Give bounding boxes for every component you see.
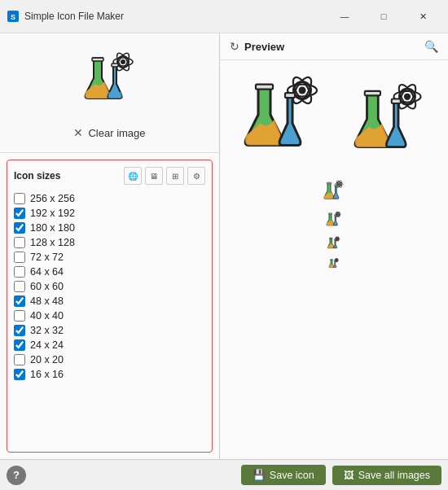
size-row: 180 x 180 xyxy=(14,221,205,235)
preview-header: ↻ Preview 🔍 xyxy=(220,33,448,60)
icon-sizes-section: Icon sizes 🌐 🖥 ⊞ ⚙ 256 x 256192 x 192180… xyxy=(7,160,213,453)
size-checkbox-8[interactable] xyxy=(14,310,25,322)
uploaded-image xyxy=(77,47,143,112)
title-bar: S Simple Icon File Maker — □ ✕ xyxy=(0,0,448,33)
save-all-button[interactable]: 🖼 Save all images xyxy=(332,466,441,485)
size-label-4: 72 x 72 xyxy=(30,252,64,263)
svg-rect-8 xyxy=(112,63,118,67)
close-button[interactable]: ✕ xyxy=(404,5,441,28)
app-title: Simple Icon File Maker xyxy=(24,11,326,22)
size-checkbox-11[interactable] xyxy=(14,354,25,365)
preview-48 xyxy=(321,178,347,207)
grid-button[interactable]: ⊞ xyxy=(166,167,184,185)
svg-rect-36 xyxy=(335,215,336,216)
size-checkbox-2[interactable] xyxy=(14,222,25,234)
svg-rect-35 xyxy=(328,213,332,214)
size-label-11: 20 x 20 xyxy=(30,354,64,365)
size-row: 48 x 48 xyxy=(14,294,205,308)
minimize-button[interactable]: — xyxy=(326,5,363,28)
save-icon-label: Save icon xyxy=(270,470,314,481)
size-label-1: 192 x 192 xyxy=(30,208,75,219)
svg-rect-43 xyxy=(335,239,336,240)
right-panel: ↻ Preview 🔍 xyxy=(220,33,448,459)
clear-image-icon: ✕ xyxy=(73,126,83,139)
size-row: 24 x 24 xyxy=(14,338,205,352)
svg-point-24 xyxy=(338,183,340,185)
sizes-header: Icon sizes 🌐 🖥 ⊞ ⚙ xyxy=(14,167,205,185)
size-row: 192 x 192 xyxy=(14,206,205,221)
svg-rect-49 xyxy=(331,260,333,260)
svg-rect-28 xyxy=(327,182,332,184)
svg-point-38 xyxy=(336,238,338,240)
main-content: ✕ Clear image Icon sizes 🌐 🖥 ⊞ ⚙ 256 x 2… xyxy=(0,33,448,459)
globe-button[interactable]: 🌐 xyxy=(124,167,142,185)
preview-title: Preview xyxy=(244,41,419,53)
refresh-icon[interactable]: ↻ xyxy=(230,40,239,53)
svg-rect-21 xyxy=(365,91,380,96)
preview-32 xyxy=(324,210,344,232)
size-checkbox-9[interactable] xyxy=(14,325,25,336)
size-checkbox-12[interactable] xyxy=(14,369,25,380)
image-preview xyxy=(73,43,147,116)
svg-point-45 xyxy=(336,260,337,260)
save-icon: 💾 xyxy=(253,469,266,481)
size-label-6: 60 x 60 xyxy=(30,281,64,292)
app-icon: S xyxy=(7,10,20,23)
size-label-8: 40 x 40 xyxy=(30,310,64,322)
preview-16 xyxy=(327,257,340,273)
size-checkbox-0[interactable] xyxy=(14,193,25,204)
save-all-label: Save all images xyxy=(358,470,430,481)
size-row: 20 x 20 xyxy=(14,352,205,367)
size-label-5: 64 x 64 xyxy=(30,266,64,278)
bottom-bar: ? 💾 Save icon 🖼 Save all images xyxy=(0,459,448,490)
clear-image-label: Clear image xyxy=(88,127,145,139)
window-controls: — □ ✕ xyxy=(326,5,441,28)
size-label-12: 16 x 16 xyxy=(30,369,64,380)
size-row: 72 x 72 xyxy=(14,250,205,265)
size-row: 128 x 128 xyxy=(14,235,205,250)
svg-text:S: S xyxy=(11,13,15,21)
left-panel: ✕ Clear image Icon sizes 🌐 🖥 ⊞ ⚙ 256 x 2… xyxy=(0,33,220,459)
save-icon-button[interactable]: 💾 Save icon xyxy=(241,465,326,485)
preview-180 xyxy=(345,77,434,168)
size-row: 16 x 16 xyxy=(14,367,205,382)
clear-image-button[interactable]: ✕ Clear image xyxy=(67,123,152,142)
svg-rect-29 xyxy=(335,185,337,186)
svg-point-3 xyxy=(121,59,125,64)
monitor-button[interactable]: 🖥 xyxy=(145,167,163,185)
help-button[interactable]: ? xyxy=(7,466,26,485)
size-checkbox-5[interactable] xyxy=(14,266,25,278)
size-row: 40 x 40 xyxy=(14,308,205,323)
zoom-icon[interactable]: 🔍 xyxy=(424,40,438,53)
svg-rect-14 xyxy=(256,85,273,90)
svg-rect-22 xyxy=(392,99,401,104)
size-label-2: 180 x 180 xyxy=(30,222,75,234)
size-checkbox-1[interactable] xyxy=(14,208,25,219)
svg-point-31 xyxy=(337,214,339,216)
settings-button[interactable]: ⚙ xyxy=(187,167,205,185)
svg-rect-15 xyxy=(285,93,295,98)
size-checkbox-6[interactable] xyxy=(14,281,25,292)
size-row: 64 x 64 xyxy=(14,265,205,279)
preview-192 xyxy=(234,68,332,168)
image-area: ✕ Clear image xyxy=(0,33,219,153)
maximize-button[interactable]: □ xyxy=(365,5,402,28)
size-label-10: 24 x 24 xyxy=(30,339,64,351)
preview-24 xyxy=(326,235,342,254)
size-list: 256 x 256192 x 192180 x 180128 x 12872 x… xyxy=(14,191,205,382)
svg-rect-42 xyxy=(330,238,333,238)
size-label-9: 32 x 32 xyxy=(30,325,64,336)
size-checkbox-4[interactable] xyxy=(14,252,25,263)
size-checkbox-7[interactable] xyxy=(14,295,25,307)
size-row: 256 x 256 xyxy=(14,191,205,206)
svg-point-17 xyxy=(404,94,411,100)
save-all-icon: 🖼 xyxy=(344,470,354,481)
size-row: 60 x 60 xyxy=(14,279,205,294)
size-label-3: 128 x 128 xyxy=(30,237,75,248)
size-label-7: 48 x 48 xyxy=(30,295,64,307)
size-checkbox-3[interactable] xyxy=(14,237,25,248)
preview-content xyxy=(220,60,448,459)
icon-sizes-label: Icon sizes xyxy=(14,170,121,182)
size-row: 32 x 32 xyxy=(14,323,205,338)
size-checkbox-10[interactable] xyxy=(14,339,25,351)
